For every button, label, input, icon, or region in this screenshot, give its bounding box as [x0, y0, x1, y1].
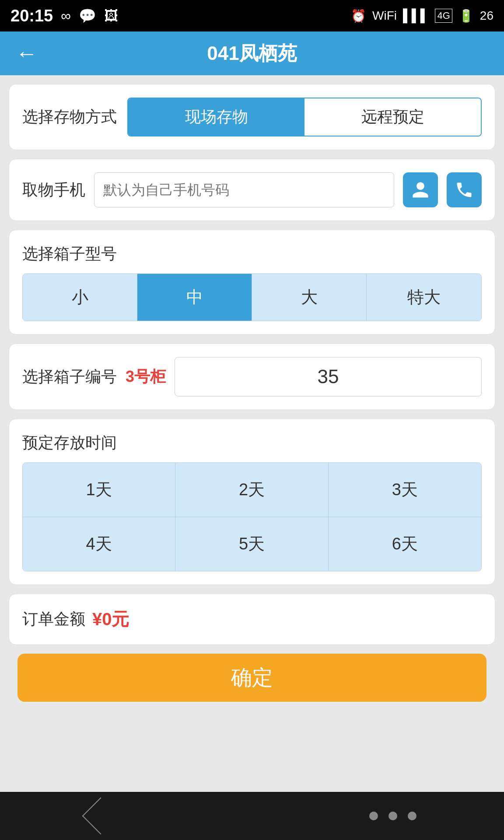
page-title: 041凤栖苑	[51, 41, 453, 66]
time-6days[interactable]: 6天	[329, 517, 481, 571]
box-number-card: 选择箱子编号 3号柜	[9, 343, 495, 410]
phone-label: 取物手机	[22, 179, 85, 201]
wechat-icon: 💬	[79, 7, 96, 24]
time-grid: 1天 2天 3天 4天 5天 6天	[22, 462, 482, 571]
nav-dot-1	[369, 812, 378, 820]
phone-icon	[455, 180, 474, 200]
time-2days[interactable]: 2天	[175, 463, 328, 517]
phone-input[interactable]	[94, 172, 394, 207]
infinity-icon: ∞	[61, 8, 71, 24]
main-content: 选择存物方式 现场存物 远程预定 取物手机 选择箱子型号	[0, 75, 504, 792]
size-medium[interactable]: 中	[137, 274, 252, 321]
time-5days[interactable]: 5天	[175, 517, 328, 571]
time-1day[interactable]: 1天	[23, 463, 175, 517]
box-number-input[interactable]	[175, 357, 482, 396]
phone-icon-btn[interactable]	[447, 172, 482, 207]
order-label: 订单金额	[22, 609, 85, 630]
box-type-label: 选择箱子型号	[22, 243, 482, 265]
remote-booking-btn[interactable]: 远程预定	[304, 98, 481, 136]
storage-time-card: 预定存放时间 1天 2天 3天 4天 5天 6天	[9, 419, 495, 585]
status-bar: 20:15 ∞ 💬 🖼 ⏰ WiFi ▌▌▌ 4G 🔋 26	[0, 0, 504, 32]
contact-icon-btn[interactable]	[403, 172, 438, 207]
alarm-icon: ⏰	[351, 9, 366, 23]
nav-back-button[interactable]	[82, 798, 119, 835]
order-amount: ¥0元	[92, 607, 130, 631]
nav-dots	[369, 812, 416, 820]
image-icon: 🖼	[104, 8, 118, 24]
order-amount-card: 订单金额 ¥0元	[9, 594, 495, 645]
size-xlarge[interactable]: 特大	[367, 274, 481, 321]
time-4days[interactable]: 4天	[23, 517, 175, 571]
box-number-label: 选择箱子编号	[22, 366, 117, 388]
status-time: 20:15	[10, 7, 53, 25]
on-site-storage-btn[interactable]: 现场存物	[128, 98, 304, 136]
confirm-btn-wrap: 确定	[9, 654, 495, 710]
confirm-button[interactable]: 确定	[18, 654, 486, 702]
storage-method-toggle: 现场存物 远程预定	[127, 98, 482, 136]
storage-method-card: 选择存物方式 现场存物 远程预定	[9, 84, 495, 150]
time-3days[interactable]: 3天	[329, 463, 481, 517]
contact-icon	[411, 180, 430, 200]
header: ← 041凤栖苑	[0, 32, 504, 75]
battery-level: 26	[480, 9, 494, 23]
size-grid: 小 中 大 特大	[22, 273, 482, 321]
size-small[interactable]: 小	[23, 274, 137, 321]
back-button[interactable]: ←	[16, 41, 38, 66]
wifi-icon: WiFi	[372, 9, 397, 23]
signal-icon: ▌▌▌	[403, 9, 429, 23]
nav-dot-3	[408, 812, 416, 820]
storage-time-label: 预定存放时间	[22, 432, 482, 454]
cabinet-number: 3号柜	[126, 366, 166, 388]
storage-method-label: 选择存物方式	[22, 106, 117, 128]
size-large[interactable]: 大	[252, 274, 367, 321]
box-type-card: 选择箱子型号 小 中 大 特大	[9, 230, 495, 335]
lte-icon: 4G	[435, 9, 452, 23]
phone-card: 取物手机	[9, 159, 495, 221]
battery-icon: 🔋	[458, 9, 474, 23]
nav-dot-2	[388, 812, 397, 820]
nav-bar	[0, 792, 504, 840]
